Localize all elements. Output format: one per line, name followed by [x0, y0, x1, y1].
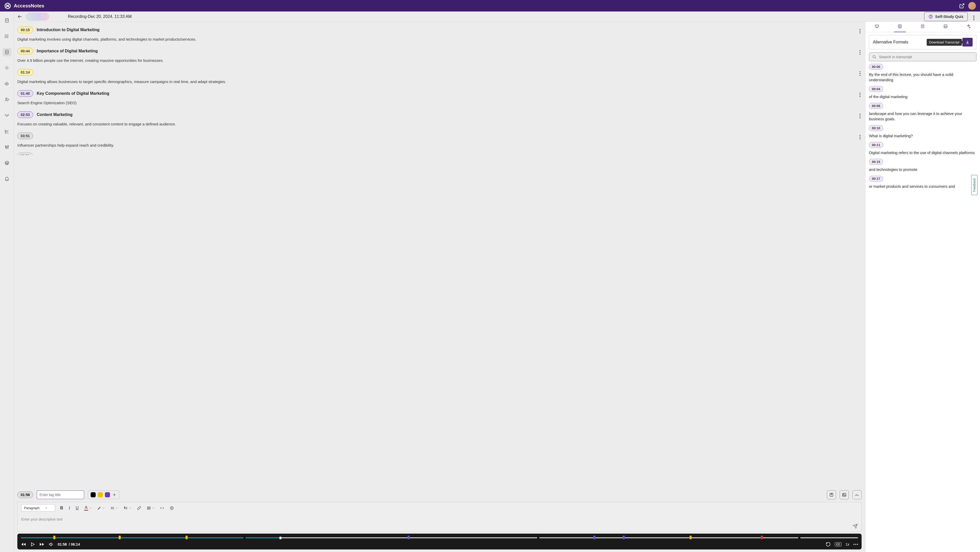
svg-rect-52: [875, 25, 878, 27]
tag-title-input[interactable]: [37, 490, 84, 499]
bookmark-button[interactable]: [827, 490, 836, 499]
transcript-timestamp[interactable]: 00:10: [869, 125, 883, 131]
note-body-placeholder: Enter your descriptive text: [21, 517, 62, 521]
timeline-marker[interactable]: [798, 536, 800, 539]
transcript-timestamp[interactable]: 00:04: [869, 86, 883, 92]
volume-button[interactable]: [48, 542, 54, 547]
editor-timestamp[interactable]: 01:58: [18, 491, 33, 498]
sidebar-item-sliders[interactable]: [3, 143, 11, 152]
transcript-block: 00:00By the end of this lecture, you sho…: [869, 64, 977, 83]
timeline-handle[interactable]: [279, 536, 282, 539]
note-more-button[interactable]: [859, 68, 862, 77]
link-button[interactable]: [137, 506, 142, 511]
forward-button[interactable]: [39, 542, 45, 547]
transcript-timestamp[interactable]: 00:00: [869, 64, 883, 70]
sidebar-item-chart[interactable]: [3, 127, 11, 136]
italic-button[interactable]: I: [68, 505, 70, 511]
undo-button[interactable]: [826, 542, 831, 547]
sidebar-item-layers[interactable]: [3, 159, 11, 167]
transcript-timestamp[interactable]: 00:11: [869, 142, 883, 148]
player-more-button[interactable]: [853, 544, 858, 545]
add-color-icon[interactable]: [112, 493, 117, 497]
tab-presentation[interactable]: [871, 22, 883, 32]
svg-line-66: [875, 57, 876, 59]
timeline-marker[interactable]: [186, 536, 188, 539]
topbar: Recording-Dec 20, 2024, 11:33 AM Self-St…: [14, 11, 980, 22]
tab-outline[interactable]: [917, 22, 928, 32]
feedback-tab[interactable]: Feedback: [971, 175, 977, 195]
note-more-button[interactable]: [859, 46, 862, 56]
svg-text:2: 2: [124, 507, 125, 509]
tab-ai[interactable]: [963, 22, 974, 32]
sidebar-item-bell[interactable]: [3, 174, 11, 183]
self-study-quiz-button[interactable]: Self-Study Quiz: [924, 12, 968, 21]
note-timestamp[interactable]: 00:15: [18, 27, 33, 33]
sidebar-item-star[interactable]: [3, 64, 11, 72]
draw-button[interactable]: [853, 490, 862, 499]
sidebar-item-wave[interactable]: [3, 111, 11, 120]
timeline-marker[interactable]: [119, 536, 121, 539]
timeline-marker[interactable]: [407, 536, 410, 539]
timeline-marker[interactable]: [537, 536, 539, 539]
tab-transcript[interactable]: [894, 22, 906, 32]
transcript-text: landscape and how you can leverage it to…: [869, 111, 977, 121]
rewind-button[interactable]: [21, 542, 26, 547]
sidebar-item-person[interactable]: [3, 95, 11, 104]
note-timestamp[interactable]: 03:51: [18, 132, 33, 139]
note-more-button[interactable]: [859, 131, 862, 140]
note-timestamp[interactable]: 00:44: [18, 48, 33, 54]
timeline-marker[interactable]: [243, 536, 245, 539]
send-button[interactable]: [853, 524, 858, 529]
topbar-more-button[interactable]: [971, 11, 977, 22]
avatar[interactable]: [968, 2, 976, 10]
play-button[interactable]: [30, 542, 35, 547]
note-block: 01:40Key Components of Digital Marketing…: [18, 89, 862, 105]
note-timestamp[interactable]: 01:40: [18, 90, 33, 97]
paragraph-select[interactable]: Paragraph: [21, 504, 55, 512]
sidebar-item-download[interactable]: [3, 48, 11, 56]
table-button[interactable]: [146, 506, 155, 511]
external-link-icon[interactable]: [959, 3, 965, 9]
bold-button[interactable]: B: [60, 505, 64, 511]
bullet-list-button[interactable]: [110, 506, 119, 511]
timeline-marker[interactable]: [593, 536, 595, 539]
transcript-search-input[interactable]: [879, 55, 973, 59]
transcript-timestamp[interactable]: 00:06: [869, 103, 883, 109]
sidebar-item-audio[interactable]: [3, 80, 11, 88]
number-list-button[interactable]: 12: [123, 506, 132, 511]
note-body-input[interactable]: Enter your descriptive text: [18, 514, 862, 531]
transcript-timestamp[interactable]: 00:15: [869, 159, 883, 165]
help-button[interactable]: [169, 506, 174, 511]
sidebar-item-doc[interactable]: [3, 16, 11, 25]
image-button[interactable]: [840, 490, 849, 499]
text-color-button[interactable]: A: [84, 505, 92, 511]
note-more-button[interactable]: [859, 25, 862, 35]
tab-image[interactable]: [940, 22, 951, 32]
audio-player: 01:58 / 06:14 CC 1x: [18, 534, 862, 549]
color-yellow-swatch[interactable]: [98, 492, 103, 497]
note-more-button[interactable]: [859, 89, 862, 98]
transcript-block: 00:06landscape and how you can leverage …: [869, 103, 977, 121]
color-black-swatch[interactable]: [91, 492, 96, 497]
timeline-marker[interactable]: [761, 536, 763, 539]
download-transcript-button[interactable]: [963, 38, 973, 46]
color-purple-swatch[interactable]: [105, 492, 110, 497]
speed-button[interactable]: 1x: [845, 542, 850, 546]
timeline-marker[interactable]: [690, 536, 692, 539]
timeline-marker[interactable]: [53, 536, 56, 539]
transcript-search[interactable]: [869, 53, 977, 61]
transcript-timestamp[interactable]: 00:17: [869, 176, 883, 182]
highlight-button[interactable]: [97, 506, 105, 511]
back-button[interactable]: [18, 14, 22, 19]
note-timestamp[interactable]: 02:53: [18, 112, 33, 118]
note-timestamp[interactable]: 01:14: [18, 69, 33, 76]
timeline-marker[interactable]: [623, 536, 625, 539]
code-button[interactable]: [159, 506, 165, 511]
cc-button[interactable]: CC: [835, 542, 842, 546]
sidebar-item-list[interactable]: [3, 32, 11, 41]
timeline[interactable]: [21, 536, 858, 540]
note-timestamp[interactable]: 03.51: [18, 153, 33, 155]
note-more-button[interactable]: [859, 110, 862, 119]
underline-button[interactable]: U: [75, 505, 80, 511]
waveform-pill[interactable]: [26, 13, 49, 21]
